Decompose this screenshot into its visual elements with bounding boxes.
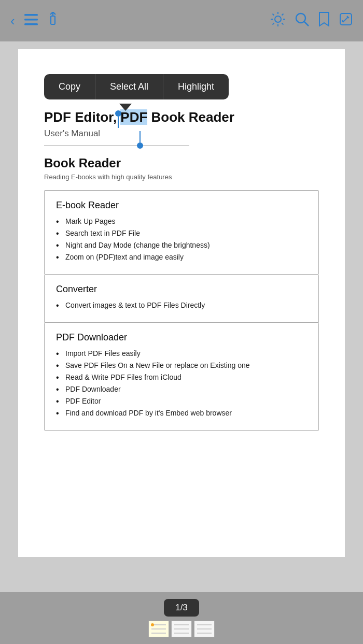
thumbnail-1[interactable] xyxy=(148,621,169,637)
downloader-list: Import PDF Files easily Save PDF Files O… xyxy=(56,349,307,417)
handle-dot-bottom xyxy=(137,142,143,149)
downloader-item-4: PDF Downloader xyxy=(56,385,307,393)
edit-icon[interactable] xyxy=(339,12,353,30)
pdf-page: Copy Select All Highlight PDF Editor, PD… xyxy=(18,49,345,557)
downloader-item-1: Import PDF Files easily xyxy=(56,349,307,357)
page-indicator: 1/3 xyxy=(164,599,199,617)
converter-box: Converter Convert images & text to PDF F… xyxy=(44,275,319,323)
svg-line-10 xyxy=(282,23,284,24)
list-icon[interactable] xyxy=(24,13,38,29)
back-icon[interactable]: ‹ xyxy=(10,13,15,29)
thumb-line xyxy=(197,628,212,629)
svg-line-14 xyxy=(304,22,309,26)
svg-line-16 xyxy=(343,17,348,22)
downloader-item-6: Find and download PDF by it's Embed web … xyxy=(56,409,307,417)
ebook-item-2: Search text in PDF File xyxy=(56,229,307,237)
thumb-line xyxy=(174,624,189,625)
brightness-icon[interactable] xyxy=(271,12,285,30)
highlight-button[interactable]: Highlight xyxy=(163,74,229,99)
selection-handle-bottom xyxy=(137,131,143,149)
context-menu: Copy Select All Highlight xyxy=(44,74,229,99)
svg-point-4 xyxy=(275,16,281,22)
svg-line-11 xyxy=(282,13,284,15)
downloader-title: PDF Downloader xyxy=(56,332,307,343)
top-navigation-bar: ‹ xyxy=(0,0,363,41)
svg-line-12 xyxy=(273,23,274,24)
bookmark-icon[interactable] xyxy=(318,11,330,31)
thumb-line xyxy=(151,633,166,634)
ebook-title: E-book Reader xyxy=(56,200,307,211)
handle-line-top xyxy=(118,117,119,128)
bottom-bar: 1/3 xyxy=(0,592,363,644)
thumb-lines-2 xyxy=(172,621,191,637)
svg-rect-2 xyxy=(24,23,38,25)
thumb-lines-3 xyxy=(195,621,214,637)
ebook-list: Mark Up Pages Search text in PDF File Ni… xyxy=(56,217,307,261)
pdf-title: PDF Editor, PDF Book Reader xyxy=(44,109,319,126)
pdf-divider xyxy=(44,145,189,146)
thumbnail-dot xyxy=(151,623,154,626)
svg-rect-3 xyxy=(51,16,55,24)
thumb-line xyxy=(197,624,212,625)
pdf-subtitle: User's Manual xyxy=(44,128,319,139)
downloader-item-2: Save PDF Files On a New File or replace … xyxy=(56,361,307,369)
converter-item-1: Convert images & text to PDF Files Direc… xyxy=(56,301,307,309)
svg-rect-1 xyxy=(24,19,38,21)
converter-title: Converter xyxy=(56,284,307,295)
thumb-line xyxy=(174,633,189,634)
thumbnail-2[interactable] xyxy=(171,621,192,637)
thumb-line xyxy=(151,628,166,629)
downloader-item-3: Read & Write PDF Files from iCloud xyxy=(56,373,307,381)
section-title: Book Reader xyxy=(44,156,319,170)
converter-list: Convert images & text to PDF Files Direc… xyxy=(56,301,307,309)
copy-button[interactable]: Copy xyxy=(44,74,95,99)
share-icon[interactable] xyxy=(47,12,59,30)
ebook-item-3: Night and Day Mode (change the brightnes… xyxy=(56,241,307,249)
search-icon[interactable] xyxy=(295,12,309,30)
top-bar-left: ‹ xyxy=(10,12,59,30)
thumbnail-3[interactable] xyxy=(194,621,215,637)
handle-dot-top xyxy=(115,110,121,117)
select-all-button[interactable]: Select All xyxy=(95,74,163,99)
selection-handle-top xyxy=(115,110,121,128)
svg-line-9 xyxy=(273,13,274,15)
thumb-line xyxy=(197,633,212,634)
ebook-reader-box: E-book Reader Mark Up Pages Search text … xyxy=(44,190,319,275)
top-bar-right xyxy=(271,11,353,31)
thumb-line xyxy=(174,628,189,629)
downloader-box: PDF Downloader Import PDF Files easily S… xyxy=(44,323,319,431)
main-content-area: Copy Select All Highlight PDF Editor, PD… xyxy=(0,41,363,592)
svg-point-13 xyxy=(296,13,305,23)
downloader-item-5: PDF Editor xyxy=(56,397,307,405)
svg-rect-0 xyxy=(24,14,38,16)
ebook-item-1: Mark Up Pages xyxy=(56,217,307,225)
handle-line-bottom xyxy=(139,131,141,142)
section-subtitle: Reading E-books with high quality featur… xyxy=(44,173,319,181)
ebook-item-4: Zoom on (PDF)text and image easily xyxy=(56,253,307,261)
thumbnail-strip xyxy=(148,621,215,637)
selected-text: PDF xyxy=(120,109,147,125)
context-menu-caret xyxy=(119,104,132,111)
